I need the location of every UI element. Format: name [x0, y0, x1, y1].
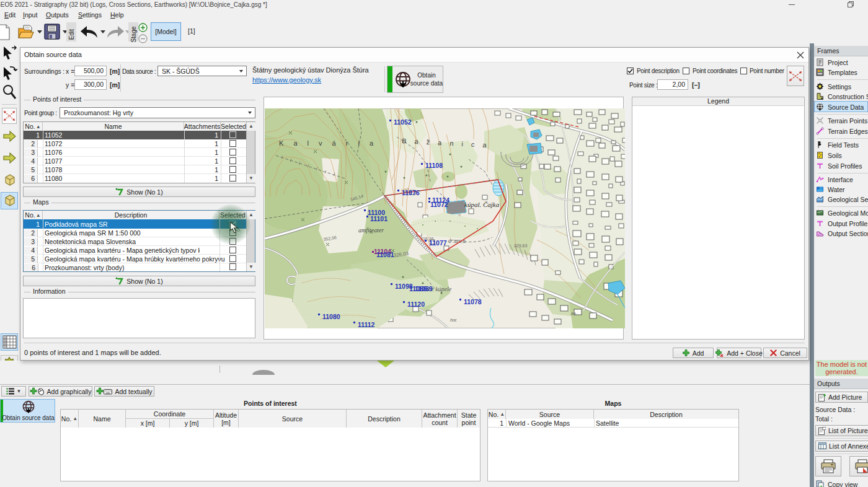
svg-text:11072: 11072: [430, 201, 448, 208]
svg-text:11077: 11077: [429, 239, 447, 247]
svg-text:11112: 11112: [358, 321, 375, 328]
svg-text:11080: 11080: [322, 313, 340, 320]
svg-text:11101: 11101: [370, 215, 388, 222]
svg-text:11078: 11078: [464, 298, 482, 305]
svg-text:amfiteater: amfiteater: [358, 227, 384, 234]
svg-text:K a l v á r i a: K a l v á r i a: [279, 139, 378, 147]
svg-text:11076: 11076: [402, 189, 420, 196]
svg-text:11120: 11120: [407, 301, 425, 308]
svg-text:11108: 11108: [425, 162, 443, 169]
svg-text:11081: 11081: [376, 251, 394, 258]
svg-text:329,63: 329,63: [514, 244, 528, 248]
svg-text:hor.: hor.: [450, 318, 458, 322]
svg-text:11089: 11089: [415, 285, 433, 292]
svg-text:kúpal. Čajka: kúpal. Čajka: [464, 201, 500, 208]
svg-text:iht.: iht.: [571, 312, 577, 316]
svg-text:11052: 11052: [394, 118, 412, 126]
